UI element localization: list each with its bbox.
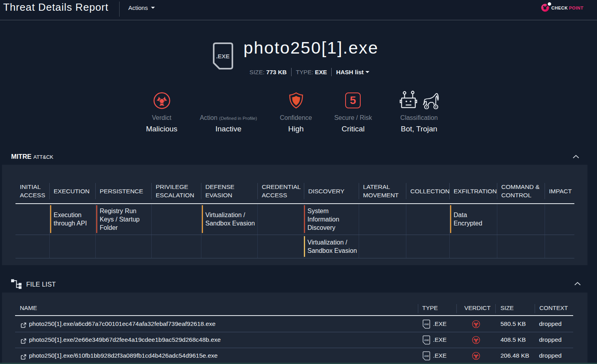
svg-text:CHECK: CHECK	[551, 6, 568, 10]
svg-text:.EXE: .EXE	[216, 53, 230, 60]
svg-text:.EXE: .EXE	[424, 355, 429, 357]
svg-text:.EXE: .EXE	[424, 339, 429, 341]
svg-text:.EXE: .EXE	[424, 323, 429, 325]
svg-text:POINT: POINT	[569, 6, 583, 10]
